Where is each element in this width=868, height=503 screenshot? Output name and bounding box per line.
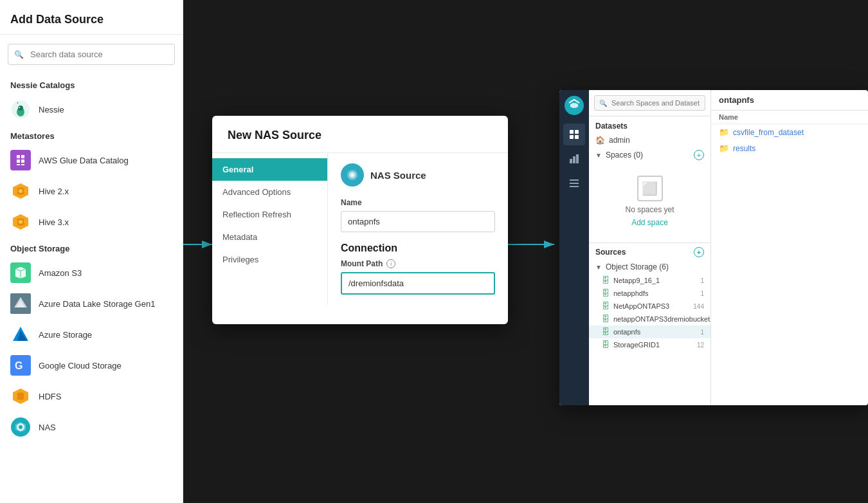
source-item-s3[interactable]: Amazon S3 (0, 257, 183, 288)
mount-path-info-icon[interactable]: i (386, 259, 395, 268)
mount-path-input[interactable] (341, 272, 495, 295)
source-item-gcs[interactable]: G Google Cloud Storage (0, 350, 183, 381)
datasets-tree: Datasets 🏠 admin ▼ Spaces (0) + ⬜ No spa… (589, 116, 710, 405)
tab-general[interactable]: General (212, 158, 327, 181)
azure-lake-label: Azure Data Lake Storage Gen1 (39, 299, 155, 309)
source-netappontaps3[interactable]: 🗄 NetAppONTAPS3 144 (589, 300, 710, 313)
svg-rect-33 (575, 130, 579, 134)
source-storagegrid1-label: StorageGRID1 (613, 341, 660, 349)
hive2-icon (10, 181, 31, 201)
nav-graph-icon[interactable] (563, 148, 585, 170)
datasets-search-icon: 🔍 (599, 100, 607, 107)
file-item-csvfile[interactable]: 📁 csvfile_from_dataset (711, 124, 868, 140)
nas-icon-left (10, 417, 31, 437)
file-label-csvfile: csvfile_from_dataset (733, 128, 804, 137)
nav-list-icon[interactable] (563, 172, 585, 194)
svg-rect-9 (17, 164, 20, 165)
svg-text:G: G (15, 360, 23, 371)
azure-label: Azure Storage (39, 330, 92, 340)
tab-reflection-refresh[interactable]: Reflection Refresh (212, 203, 327, 226)
tab-advanced-options[interactable]: Advanced Options (212, 181, 327, 203)
svg-rect-35 (575, 135, 579, 139)
hive3-icon (10, 212, 31, 232)
object-storage-chevron: ▼ (595, 264, 602, 271)
svg-rect-37 (573, 156, 575, 163)
source-item-azure-lake[interactable]: Azure Data Lake Storage Gen1 (0, 288, 183, 319)
source-netapphdfs-label: netapphdfs (613, 289, 648, 297)
azure-icon (10, 324, 31, 345)
source-netapp9-label: Netapp9_16_1 (613, 277, 660, 284)
dremio-logo (564, 95, 584, 116)
source-item-hive2[interactable]: Hive 2.x (0, 176, 183, 206)
tab-metadata[interactable]: Metadata (212, 226, 327, 248)
panel-title: Add Data Source (0, 0, 183, 35)
datasets-panel: 🔍 Datasets 🏠 admin ▼ Spaces (0) + ⬜ No s… (589, 90, 711, 405)
source-item-nessie[interactable]: Nessie (0, 94, 183, 125)
svg-rect-5 (17, 155, 20, 158)
s3-label: Amazon S3 (39, 268, 82, 278)
datasets-search-container: 🔍 (589, 90, 710, 116)
gcs-label: Google Cloud Storage (39, 361, 122, 370)
svg-rect-34 (570, 135, 574, 139)
azure-lake-icon (10, 293, 31, 314)
db-icon-1: 🗄 (602, 276, 610, 285)
source-item-azure[interactable]: Azure Storage (0, 319, 183, 350)
nas-label: NAS (39, 423, 56, 432)
dremio-app-panel: 🔍 Datasets 🏠 admin ▼ Spaces (0) + ⬜ No s… (559, 90, 868, 405)
add-space-link[interactable]: Add space (631, 218, 668, 227)
ontapnfs-detail-panel: ontapnfs Name 📁 csvfile_from_dataset 📁 r… (711, 90, 868, 405)
source-ontapnfs[interactable]: 🗄 ontapnfs 1 (589, 325, 710, 338)
datasets-section-label: Datasets (589, 116, 710, 133)
nav-datasets-icon[interactable] (563, 123, 585, 145)
source-netapphdfs[interactable]: 🗄 netapphdfs 1 (589, 287, 710, 300)
tree-item-admin[interactable]: 🏠 admin (589, 133, 710, 147)
name-input[interactable] (341, 211, 495, 232)
source-item-aws-glue[interactable]: AWS Glue Data Catalog (0, 145, 183, 176)
hdfs-label: HDFS (39, 392, 61, 401)
source-netappontaps3-count: 144 (693, 303, 704, 310)
home-icon: 🏠 (595, 136, 605, 145)
source-storagegrid1[interactable]: 🗄 StorageGRID1 12 (589, 338, 710, 351)
source-netapp9[interactable]: 🗄 Netapp9_16_1 1 (589, 274, 710, 287)
svg-rect-6 (21, 155, 24, 158)
ontapnfs-col-header: Name (711, 111, 868, 124)
datasets-search-input[interactable] (594, 95, 705, 111)
source-item-nas[interactable]: NAS (0, 412, 183, 443)
search-input[interactable] (8, 44, 175, 65)
aws-glue-icon (10, 150, 31, 170)
tab-privileges[interactable]: Privileges (212, 248, 327, 271)
source-netappontaps3bucket[interactable]: 🗄 netappONTAPS3dremiobucket 0 (589, 313, 710, 325)
nas-source-icon (341, 163, 364, 187)
svg-point-3 (19, 107, 20, 108)
s3-icon (10, 262, 31, 283)
search-icon: 🔍 (14, 50, 24, 59)
db-icon-2: 🗄 (602, 289, 610, 298)
metastores-label: Metastores (0, 125, 183, 145)
no-spaces-area: ⬜ No spaces yet Add space (589, 163, 710, 240)
aws-glue-label: AWS Glue Data Catalog (39, 156, 129, 165)
modal-tabs: General Advanced Options Reflection Refr… (212, 153, 328, 305)
source-type-label: NAS Source (370, 170, 426, 181)
folder-icon-2: 📁 (719, 143, 729, 153)
folder-icon-1: 📁 (719, 127, 729, 137)
tree-item-spaces[interactable]: ▼ Spaces (0) + (589, 147, 710, 163)
modal-body: General Advanced Options Reflection Refr… (212, 153, 508, 305)
object-storage-label: Object Storage (6) (606, 262, 669, 271)
sources-label: Sources (595, 248, 626, 257)
svg-point-14 (19, 220, 23, 224)
no-spaces-icon: ⬜ (637, 176, 663, 201)
svg-point-27 (19, 425, 23, 429)
add-space-button[interactable]: + (694, 150, 704, 160)
svg-rect-7 (17, 160, 20, 163)
file-item-results[interactable]: 📁 results (711, 140, 868, 156)
tree-item-object-storage[interactable]: ▼ Object Storage (6) (589, 260, 710, 274)
new-nas-source-modal: New NAS Source General Advanced Options … (212, 116, 508, 324)
add-source-button[interactable]: + (694, 247, 704, 257)
source-ontapnfs-label: ontapnfs (613, 328, 640, 336)
source-netapphdfs-count: 1 (700, 290, 704, 297)
source-item-hive3[interactable]: Hive 3.x (0, 206, 183, 237)
name-field-label: Name (341, 198, 495, 207)
db-icon-3: 🗄 (602, 302, 610, 311)
sources-section: Sources + (589, 242, 710, 260)
source-item-hdfs[interactable]: HDFS (0, 381, 183, 412)
